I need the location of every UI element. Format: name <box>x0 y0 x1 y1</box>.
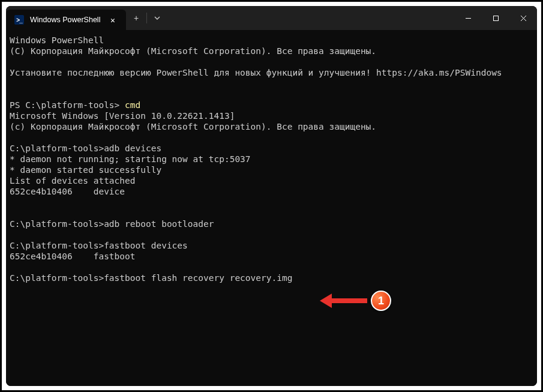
tab-close-button[interactable]: ✕ <box>107 14 119 26</box>
line: List of devices attached <box>10 176 136 185</box>
powershell-icon <box>14 15 24 25</box>
terminal-window: Windows PowerShell ✕ + <box>6 6 537 386</box>
line: C:\platform-tools>fastboot flash recover… <box>10 273 292 283</box>
line: Windows PowerShell <box>10 35 104 45</box>
line: * daemon started successfully <box>10 165 161 175</box>
minimize-button[interactable] <box>454 6 482 30</box>
line: C:\platform-tools>adb devices <box>10 143 161 153</box>
line: * daemon not running; starting now at tc… <box>10 154 251 164</box>
line: Microsoft Windows [Version 10.0.22621.14… <box>10 111 235 121</box>
line: 652ce4b10406 fastboot <box>10 252 136 261</box>
command: cmd <box>125 100 140 110</box>
tab-title: Windows PowerShell <box>30 16 101 24</box>
line: (C) Корпорация Майкрософт (Microsoft Cor… <box>10 46 376 56</box>
line: C:\platform-tools>fastboot devices <box>10 241 188 250</box>
line: 652ce4b10406 device <box>10 187 125 196</box>
tab-dropdown-button[interactable] <box>147 14 167 22</box>
line: (c) Корпорация Майкрософт (Microsoft Cor… <box>10 122 376 131</box>
tab-powershell[interactable]: Windows PowerShell ✕ <box>6 10 126 30</box>
titlebar: Windows PowerShell ✕ + <box>6 6 537 30</box>
line: C:\platform-tools>adb reboot bootloader <box>10 219 214 229</box>
terminal-output[interactable]: Windows PowerShell (C) Корпорация Майкро… <box>6 30 537 386</box>
maximize-button[interactable] <box>482 6 509 30</box>
prompt: PS C:\platform-tools> <box>10 100 125 110</box>
svg-rect-1 <box>493 16 498 20</box>
close-window-button[interactable] <box>509 6 537 30</box>
line: Установите последнюю версию PowerShell д… <box>10 68 502 77</box>
new-tab-button[interactable]: + <box>126 13 146 23</box>
